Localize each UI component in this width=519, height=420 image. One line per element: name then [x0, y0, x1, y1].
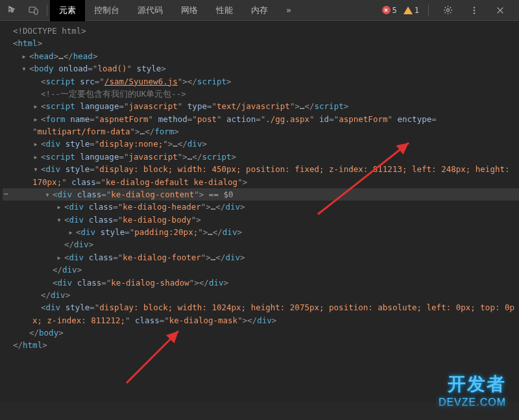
separator — [47, 5, 47, 16]
dom-dialog-content-close[interactable]: ▸</div> — [3, 264, 519, 276]
dom-form[interactable]: ▸<form name="aspnetForm" method="post" a… — [3, 113, 519, 138]
dom-dialog-body[interactable]: ▾<div class="ke-dialog-body"> — [3, 214, 519, 226]
dom-dialog-header[interactable]: ▸<div class="ke-dialog-header">…</div> — [3, 201, 519, 213]
svg-point-4 — [474, 9, 475, 10]
gear-icon[interactable] — [438, 1, 458, 19]
tab-elements[interactable]: 元素 — [50, 0, 85, 21]
separator — [428, 5, 429, 16]
chevron-right-icon[interactable]: ▸ — [21, 50, 27, 62]
dom-dialog-footer[interactable]: ▸<div class="ke-dialog-footer">…</div> — [3, 251, 519, 264]
dom-dialog-content[interactable]: ⋯▾<div class="ke-dialog-content"> == $0 — [3, 188, 519, 201]
svg-point-2 — [446, 8, 449, 11]
selected-element-marker: == $0 — [204, 190, 233, 199]
tab-performance[interactable]: 性能 — [207, 0, 242, 21]
dom-div-hidden[interactable]: ▸<div style="display:none;">…</div> — [3, 138, 519, 150]
dom-dialog-body-inner[interactable]: ▸<div style="padding:20px;">…</div> — [3, 226, 519, 238]
devtools-toolbar: 元素 控制台 源代码 网络 性能 内存 » × 5 1 — [0, 0, 519, 21]
tab-network[interactable]: 网络 — [172, 0, 207, 21]
warning-badge[interactable]: 1 — [404, 6, 419, 15]
breakpoint-gutter-icon[interactable]: ⋯ — [4, 188, 8, 199]
chevron-right-icon[interactable]: ▸ — [56, 251, 62, 264]
error-badge[interactable]: × 5 — [382, 6, 397, 15]
dom-dialog-div[interactable]: ▾<div style="display: block; width: 450p… — [3, 163, 519, 188]
tab-sources[interactable]: 源代码 — [128, 0, 172, 21]
dom-doctype[interactable]: <!DOCTYPE html> — [3, 25, 519, 37]
dom-body-open[interactable]: ▾<body onload="load()" style> — [3, 62, 519, 75]
chevron-down-icon[interactable]: ▾ — [56, 214, 62, 226]
chevron-down-icon[interactable]: ▾ — [21, 62, 27, 75]
warning-icon — [404, 6, 413, 14]
tab-more[interactable]: » — [277, 0, 300, 20]
dom-script-lang[interactable]: ▸<script language="javascript" type="tex… — [3, 100, 519, 112]
chevron-right-icon[interactable]: ▸ — [67, 226, 74, 238]
chevron-right-icon[interactable]: ▸ — [32, 100, 39, 112]
dom-dialog-body-close[interactable]: ▸</div> — [3, 238, 519, 251]
chevron-right-icon[interactable]: ▸ — [32, 138, 39, 150]
chevron-right-icon[interactable]: ▸ — [32, 113, 39, 125]
dom-mask-div[interactable]: ▸<div style="display: block; width: 1024… — [3, 301, 519, 327]
breadcrumb-bar[interactable] — [0, 402, 519, 420]
tab-memory[interactable]: 内存 — [242, 0, 277, 21]
dom-dialog-shadow[interactable]: ▸<div class="ke-dialog-shadow"></div> — [3, 277, 519, 289]
svg-point-5 — [474, 12, 475, 14]
watermark-text-1: 开发者 — [439, 372, 506, 397]
chevron-down-icon[interactable]: ▾ — [32, 163, 39, 175]
error-icon: × — [382, 6, 391, 14]
chevron-right-icon[interactable]: ▸ — [56, 201, 62, 213]
dom-script-src[interactable]: ▸<script src="/sam/Syunew6.js"></script> — [3, 75, 519, 88]
dom-html-open[interactable]: <html> — [3, 37, 519, 49]
dom-dialog-close[interactable]: ▸</div> — [3, 289, 519, 301]
svg-rect-1 — [34, 9, 38, 14]
dom-html-close[interactable]: </html> — [3, 339, 519, 351]
tab-console[interactable]: 控制台 — [85, 0, 128, 21]
dom-script3[interactable]: ▸<script language="javascript">…</script… — [3, 151, 519, 163]
dom-body-close[interactable]: ▸</body> — [3, 327, 519, 339]
kebab-menu-icon[interactable] — [465, 2, 484, 19]
error-count: 5 — [392, 6, 397, 15]
svg-point-3 — [474, 6, 475, 8]
dom-head[interactable]: ▸<head>…</head> — [3, 50, 519, 62]
dom-comment[interactable]: ▸<!--一定要包含有我们的UK单元包--> — [3, 88, 519, 100]
elements-tree[interactable]: <!DOCTYPE html> <html> ▸<head>…</head> ▾… — [0, 21, 519, 420]
warning-count: 1 — [415, 6, 419, 15]
inspect-icon[interactable] — [3, 1, 23, 19]
chevron-right-icon[interactable]: ▸ — [32, 151, 39, 163]
device-toggle-icon[interactable] — [23, 1, 44, 19]
close-icon[interactable] — [490, 2, 510, 19]
chevron-down-icon[interactable]: ▾ — [44, 188, 51, 201]
